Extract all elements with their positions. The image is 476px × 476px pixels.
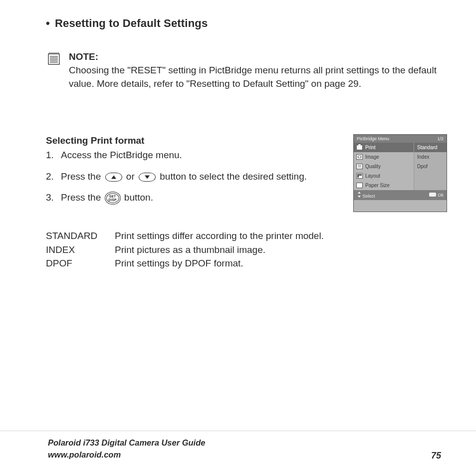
menu-option-dpof: Dpof bbox=[414, 162, 447, 171]
menu-item-paper-size: Paper Size bbox=[354, 181, 414, 190]
page-footer: Polaroid i733 Digital Camera User Guide … bbox=[0, 437, 476, 461]
down-button-icon bbox=[139, 173, 156, 182]
footer-url: www.polaroid.com bbox=[48, 449, 205, 461]
menu-item-print: Print bbox=[354, 143, 414, 152]
steps-list: 1. Access the PictBridge menu. 2. Press … bbox=[46, 148, 339, 205]
step-number: 2. bbox=[46, 170, 57, 184]
pictbridge-menu-diagram: Pictbridge Menu 1/2 Print Image Quality … bbox=[353, 134, 447, 212]
definition-table: STANDARD Print settings differ according… bbox=[46, 229, 447, 270]
subsection-title: Selecting Print format bbox=[46, 135, 339, 146]
menu-option-index: Index bbox=[414, 152, 447, 162]
paper-icon bbox=[356, 183, 363, 188]
definition-desc: Print pictures as a thumbnail image. bbox=[115, 243, 265, 257]
layout-icon bbox=[356, 173, 363, 179]
notepad-icon bbox=[48, 52, 60, 65]
note-body: Choosing the "RESET" setting in PictBrid… bbox=[69, 65, 437, 89]
section-title-text: Resetting to Default Settings bbox=[55, 17, 208, 30]
step-text: Press the or button to select the desire… bbox=[61, 170, 339, 184]
up-button-icon bbox=[105, 173, 122, 182]
image-icon bbox=[356, 154, 363, 160]
updown-arrow-icon bbox=[357, 192, 361, 198]
menu-item-image: Image bbox=[354, 152, 414, 162]
ok-button-icon bbox=[429, 193, 436, 197]
menu-page-indicator: 1/2 bbox=[437, 136, 444, 141]
definition-term: STANDARD bbox=[46, 229, 108, 243]
menu-option-standard: Standard bbox=[414, 143, 447, 152]
page-number: 75 bbox=[431, 451, 441, 461]
step-text: Press the SET DISP button. bbox=[61, 191, 339, 205]
menu-item-layout: Layout bbox=[354, 171, 414, 181]
menu-title: Pictbridge Menu bbox=[357, 136, 389, 141]
footer-guide-title: Polaroid i733 Digital Camera User Guide bbox=[48, 437, 205, 449]
note-label: NOTE: bbox=[69, 51, 98, 62]
step-number: 3. bbox=[46, 191, 57, 205]
menu-footer-ok: Ok bbox=[429, 193, 444, 198]
menu-footer-select: Select bbox=[357, 192, 375, 199]
footer-rule bbox=[0, 431, 476, 431]
note-block: NOTE: Choosing the "RESET" setting in Pi… bbox=[48, 50, 447, 90]
definition-term: DPOF bbox=[46, 256, 108, 270]
definition-desc: Print settings differ according to the p… bbox=[115, 229, 324, 243]
definition-desc: Print settings by DPOF format. bbox=[115, 256, 243, 270]
menu-item-quality: Quality bbox=[354, 162, 414, 171]
bullet-icon: • bbox=[46, 18, 50, 29]
step-text: Access the PictBridge menu. bbox=[61, 148, 339, 163]
step-number: 1. bbox=[46, 148, 57, 163]
section-title: • Resetting to Default Settings bbox=[46, 17, 447, 30]
set-disp-button-icon: SET DISP bbox=[105, 192, 121, 205]
quality-icon bbox=[356, 164, 363, 169]
printer-icon bbox=[356, 145, 363, 150]
definition-term: INDEX bbox=[46, 243, 108, 257]
